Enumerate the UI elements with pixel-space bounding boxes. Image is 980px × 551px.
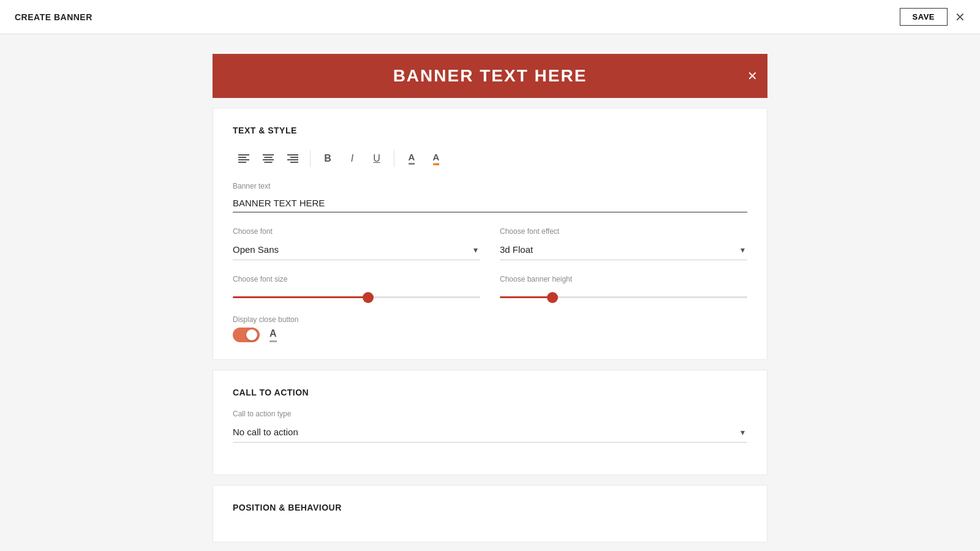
font-color-icon: A <box>409 152 415 165</box>
display-close-button-label: Display close button <box>233 315 747 324</box>
underline-button[interactable]: U <box>366 148 388 170</box>
page-title: CREATE BANNER <box>15 12 92 22</box>
effect-col: Choose font effect 3d Float None Shadow … <box>500 227 747 260</box>
choose-font-label: Choose font <box>233 227 480 236</box>
highlight-icon: A <box>433 152 440 165</box>
italic-button[interactable]: I <box>341 148 363 170</box>
font-size-slider[interactable] <box>233 296 480 298</box>
svg-rect-4 <box>263 154 274 156</box>
close-button-toggle[interactable] <box>233 328 260 342</box>
font-select[interactable]: Open Sans Arial Times New Roman Georgia … <box>233 239 480 260</box>
call-to-action-section-title: CALL TO ACTION <box>233 388 747 397</box>
banner-preview-text: BANNER TEXT HERE <box>393 66 587 86</box>
banner-text-group: Banner text <box>233 182 747 212</box>
toolbar-divider-2 <box>394 150 394 167</box>
svg-rect-7 <box>265 162 273 163</box>
svg-rect-5 <box>265 157 273 158</box>
banner-text-input[interactable] <box>233 194 747 212</box>
cta-type-label: Call to action type <box>233 410 747 418</box>
align-center-icon <box>263 154 274 163</box>
choose-font-effect-label: Choose font effect <box>500 227 747 236</box>
svg-rect-1 <box>238 157 246 158</box>
font-size-slider-wrapper <box>233 287 480 301</box>
cta-type-group: Call to action type No call to action Bu… <box>233 410 747 443</box>
align-center-button[interactable] <box>257 148 279 170</box>
font-effect-row: Choose font Open Sans Arial Times New Ro… <box>233 227 747 260</box>
toggle-track <box>233 328 260 342</box>
close-page-button[interactable]: ✕ <box>955 11 965 23</box>
svg-rect-6 <box>263 159 274 160</box>
banner-height-col: Choose banner height <box>500 275 747 301</box>
svg-rect-9 <box>290 157 298 158</box>
banner-text-label: Banner text <box>233 182 747 190</box>
font-dropdown-wrapper: Open Sans Arial Times New Roman Georgia … <box>233 239 480 260</box>
font-effect-select[interactable]: 3d Float None Shadow Outline <box>500 239 747 260</box>
svg-rect-2 <box>238 159 249 160</box>
font-size-col: Choose font size <box>233 275 480 301</box>
align-left-button[interactable] <box>233 148 255 170</box>
choose-banner-height-label: Choose banner height <box>500 275 747 283</box>
svg-rect-0 <box>238 154 249 156</box>
svg-rect-3 <box>238 162 246 163</box>
call-to-action-card: CALL TO ACTION Call to action type No ca… <box>213 370 767 475</box>
toggle-thumb <box>246 329 257 340</box>
font-color-button[interactable]: A <box>401 148 423 170</box>
save-button[interactable]: SAVE <box>900 8 948 26</box>
underline-icon: U <box>373 153 380 164</box>
align-right-button[interactable] <box>282 148 304 170</box>
svg-rect-8 <box>287 154 298 156</box>
italic-icon: I <box>351 153 353 164</box>
svg-rect-10 <box>287 159 298 160</box>
position-behaviour-section-title: POSITION & BEHAVIOUR <box>233 503 747 512</box>
cta-type-dropdown-wrapper: No call to action Button Link ▾ <box>233 422 747 443</box>
svg-rect-11 <box>290 162 298 163</box>
font-col: Choose font Open Sans Arial Times New Ro… <box>233 227 480 260</box>
font-a-icon: A <box>270 328 277 342</box>
align-left-icon <box>238 154 249 163</box>
banner-height-slider[interactable] <box>500 296 747 298</box>
top-bar: CREATE BANNER SAVE ✕ <box>0 0 980 34</box>
position-behaviour-card: POSITION & BEHAVIOUR <box>213 485 767 542</box>
choose-font-size-label: Choose font size <box>233 275 480 283</box>
toolbar-divider-1 <box>310 150 311 167</box>
banner-preview: BANNER TEXT HERE ✕ <box>213 54 767 98</box>
highlight-button[interactable]: A <box>425 148 447 170</box>
cta-type-select[interactable]: No call to action Button Link <box>233 422 747 443</box>
text-style-card: TEXT & STYLE <box>213 108 767 360</box>
size-height-row: Choose font size Choose banner height <box>233 275 747 301</box>
top-bar-actions: SAVE ✕ <box>900 8 965 26</box>
main-content: BANNER TEXT HERE ✕ TEXT & STYLE <box>0 34 980 551</box>
toggle-row: A <box>233 328 747 342</box>
text-style-section-title: TEXT & STYLE <box>233 126 747 135</box>
banner-preview-close-button[interactable]: ✕ <box>747 69 758 83</box>
display-close-button-group: Display close button A <box>233 315 747 342</box>
bold-button[interactable]: B <box>317 148 339 170</box>
effect-dropdown-wrapper: 3d Float None Shadow Outline ▾ <box>500 239 747 260</box>
bold-icon: B <box>324 153 331 164</box>
text-toolbar: B I U A A <box>233 148 747 170</box>
align-right-icon <box>287 154 298 163</box>
banner-height-slider-wrapper <box>500 287 747 301</box>
